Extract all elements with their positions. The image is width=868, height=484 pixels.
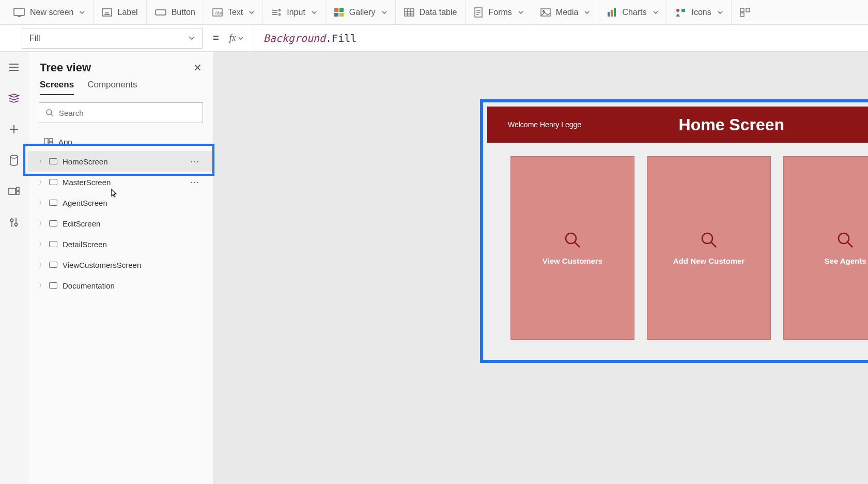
icons-button[interactable]: Icons: [667, 0, 732, 24]
more-button[interactable]: ···: [190, 178, 200, 187]
input-button[interactable]: Input: [263, 0, 326, 24]
charts-label: Charts: [622, 8, 646, 17]
property-select[interactable]: Fill: [22, 28, 203, 49]
forms-icon: [474, 7, 483, 18]
grid-button[interactable]: [732, 0, 758, 24]
forms-label: Forms: [488, 8, 512, 17]
card-see-agents[interactable]: See Agents: [783, 156, 868, 340]
left-rail: [0, 52, 28, 484]
new-screen-button[interactable]: New screen: [5, 0, 94, 24]
property-name: Fill: [29, 34, 40, 43]
rail-tools[interactable]: [6, 214, 22, 231]
gallery-button[interactable]: Gallery: [326, 0, 396, 24]
chevron-right-icon: 〉: [39, 240, 44, 249]
svg-rect-52: [44, 139, 48, 145]
tree-item-masterscreen[interactable]: 〉MasterScreen···: [28, 172, 213, 192]
charts-button[interactable]: Charts: [598, 0, 667, 24]
svg-point-49: [15, 223, 18, 226]
tree-app-label: App: [58, 138, 72, 146]
tree-item-detailscreen[interactable]: 〉DetailScreen: [28, 234, 213, 254]
grid-icon: [740, 8, 750, 17]
svg-rect-44: [17, 187, 19, 190]
card-label: Add New Customer: [673, 256, 745, 265]
icons-label: Icons: [692, 8, 711, 17]
label-label: Label: [117, 8, 137, 17]
main-area: Tree view ✕ Screens Components App 〉Home…: [0, 52, 868, 484]
card-add-customer[interactable]: Add New Customer: [647, 156, 771, 340]
screen-icon: [13, 8, 25, 17]
tree-item-viewcustomersscreen[interactable]: 〉ViewCustomersScreen: [28, 254, 213, 275]
chevron-down-icon: [312, 11, 317, 14]
chevron-down-icon: [718, 11, 723, 14]
svg-rect-45: [17, 191, 19, 194]
chevron-right-icon: 〉: [39, 199, 44, 207]
tree-item-agentscreen[interactable]: 〉AgentScreen: [28, 192, 213, 213]
home-screen-stage: Welcome Henry Legge Home Screen 7/1/2020…: [483, 102, 868, 360]
rail-tree-view[interactable]: [6, 90, 22, 107]
gallery-icon: [334, 8, 344, 17]
data-table-label: Data table: [420, 8, 457, 17]
tree-app-node[interactable]: App: [28, 132, 213, 151]
tree-item-documentation[interactable]: 〉Documentation: [28, 275, 213, 296]
svg-rect-29: [611, 10, 613, 17]
svg-text:Abc: Abc: [215, 10, 223, 16]
more-button[interactable]: ···: [190, 157, 200, 166]
svg-point-31: [676, 9, 679, 12]
canvas[interactable]: Welcome Henry Legge Home Screen 7/1/2020…: [214, 52, 868, 484]
rail-media[interactable]: [6, 183, 22, 200]
forms-button[interactable]: Forms: [466, 0, 532, 24]
tab-components[interactable]: Components: [87, 80, 137, 95]
tree-item-label: MasterScreen: [63, 178, 111, 187]
svg-rect-54: [49, 142, 53, 145]
formula-bar: Fill = fx Background.Fill: [0, 25, 868, 52]
chevron-down-icon: [653, 11, 658, 14]
svg-rect-34: [740, 8, 744, 12]
chevron-down-icon: [382, 11, 387, 14]
chevron-right-icon: 〉: [39, 157, 44, 166]
svg-rect-16: [339, 13, 344, 17]
screen-selection[interactable]: Welcome Henry Legge Home Screen 7/1/2020…: [480, 99, 868, 363]
svg-rect-13: [334, 8, 338, 12]
tree-item-homescreen[interactable]: 〉HomeScreen···: [28, 151, 213, 172]
rail-data[interactable]: [6, 152, 22, 169]
fx-button[interactable]: fx: [229, 25, 253, 51]
label-button[interactable]: Label: [94, 0, 146, 24]
screen-icon: [49, 158, 57, 164]
svg-rect-17: [405, 9, 414, 16]
screen-icon: [49, 200, 57, 206]
formula-input[interactable]: Background.Fill: [264, 25, 858, 51]
app-icon: [44, 138, 53, 145]
magnify-icon: [563, 231, 582, 249]
rail-add[interactable]: [6, 121, 22, 138]
tree-item-editscreen[interactable]: 〉EditScreen: [28, 213, 213, 234]
button-button[interactable]: Button: [147, 0, 204, 24]
svg-point-47: [11, 219, 13, 222]
icons-icon: [675, 8, 687, 17]
tree-item-label: EditScreen: [63, 219, 100, 228]
close-panel-button[interactable]: ✕: [193, 62, 202, 74]
svg-rect-35: [746, 8, 750, 12]
rail-hamburger[interactable]: [6, 59, 22, 75]
svg-line-60: [848, 243, 853, 247]
text-button[interactable]: Abc Text: [204, 0, 263, 24]
card-label: View Customers: [542, 256, 602, 265]
media-button[interactable]: Media: [532, 0, 599, 24]
chevron-down-icon: [80, 11, 85, 14]
svg-rect-28: [608, 12, 610, 17]
search-input[interactable]: [59, 109, 196, 117]
svg-marker-33: [676, 13, 680, 17]
input-label: Input: [287, 8, 305, 17]
card-label: See Agents: [824, 256, 866, 265]
chevron-right-icon: 〉: [39, 261, 44, 269]
card-view-customers[interactable]: View Customers: [510, 156, 634, 340]
tab-screens[interactable]: Screens: [40, 80, 74, 95]
tree-item-label: HomeScreen: [63, 157, 108, 166]
search-box[interactable]: [39, 102, 203, 123]
magnify-icon: [700, 231, 718, 249]
svg-rect-0: [14, 8, 24, 16]
label-icon: [102, 8, 112, 17]
screen-icon: [49, 241, 57, 247]
chevron-down-icon: [249, 11, 254, 14]
chevron-right-icon: 〉: [39, 219, 44, 228]
data-table-button[interactable]: Data table: [396, 0, 466, 24]
